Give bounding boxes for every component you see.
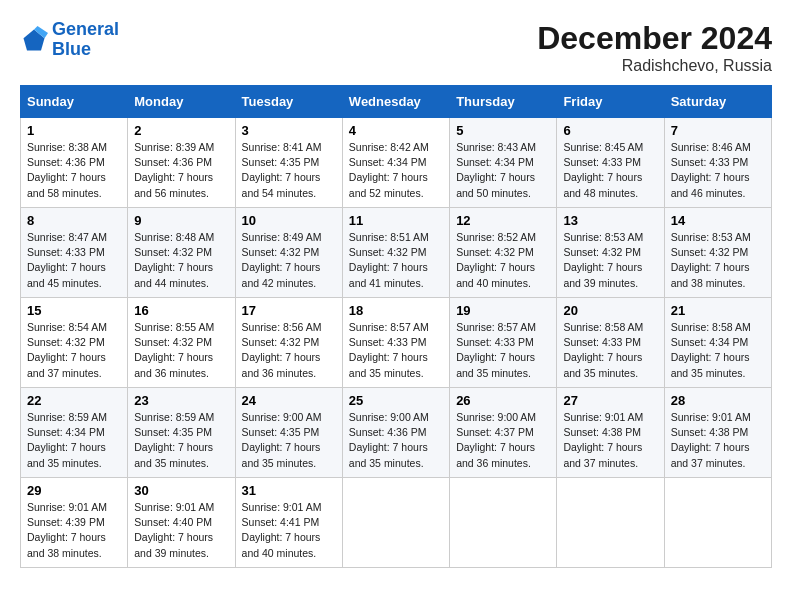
day-info: Sunrise: 8:51 AMSunset: 4:32 PMDaylight:… [349,231,429,289]
day-number: 27 [563,393,657,408]
day-info: Sunrise: 8:43 AMSunset: 4:34 PMDaylight:… [456,141,536,199]
day-info: Sunrise: 8:48 AMSunset: 4:32 PMDaylight:… [134,231,214,289]
calendar-day-31: 31 Sunrise: 9:01 AMSunset: 4:41 PMDaylig… [235,478,342,568]
calendar-day-8: 8 Sunrise: 8:47 AMSunset: 4:33 PMDayligh… [21,208,128,298]
day-info: Sunrise: 8:55 AMSunset: 4:32 PMDaylight:… [134,321,214,379]
day-info: Sunrise: 8:58 AMSunset: 4:34 PMDaylight:… [671,321,751,379]
empty-cell [664,478,771,568]
empty-cell [342,478,449,568]
header-saturday: Saturday [664,86,771,118]
day-number: 9 [134,213,228,228]
day-info: Sunrise: 9:00 AMSunset: 4:35 PMDaylight:… [242,411,322,469]
month-title: December 2024 [537,20,772,57]
day-number: 25 [349,393,443,408]
day-info: Sunrise: 8:47 AMSunset: 4:33 PMDaylight:… [27,231,107,289]
day-number: 22 [27,393,121,408]
calendar-day-13: 13 Sunrise: 8:53 AMSunset: 4:32 PMDaylig… [557,208,664,298]
calendar-day-18: 18 Sunrise: 8:57 AMSunset: 4:33 PMDaylig… [342,298,449,388]
day-info: Sunrise: 8:41 AMSunset: 4:35 PMDaylight:… [242,141,322,199]
calendar-day-19: 19 Sunrise: 8:57 AMSunset: 4:33 PMDaylig… [450,298,557,388]
day-number: 3 [242,123,336,138]
day-number: 16 [134,303,228,318]
day-info: Sunrise: 8:53 AMSunset: 4:32 PMDaylight:… [563,231,643,289]
day-number: 1 [27,123,121,138]
day-number: 17 [242,303,336,318]
calendar-day-15: 15 Sunrise: 8:54 AMSunset: 4:32 PMDaylig… [21,298,128,388]
calendar-day-2: 2 Sunrise: 8:39 AMSunset: 4:36 PMDayligh… [128,118,235,208]
title-area: December 2024 Radishchevo, Russia [537,20,772,75]
day-info: Sunrise: 9:01 AMSunset: 4:40 PMDaylight:… [134,501,214,559]
day-number: 12 [456,213,550,228]
day-number: 13 [563,213,657,228]
day-info: Sunrise: 8:59 AMSunset: 4:35 PMDaylight:… [134,411,214,469]
day-number: 15 [27,303,121,318]
calendar-day-24: 24 Sunrise: 9:00 AMSunset: 4:35 PMDaylig… [235,388,342,478]
day-info: Sunrise: 8:54 AMSunset: 4:32 PMDaylight:… [27,321,107,379]
logo-blue: Blue [52,39,91,59]
empty-cell [557,478,664,568]
day-info: Sunrise: 9:00 AMSunset: 4:36 PMDaylight:… [349,411,429,469]
day-info: Sunrise: 8:39 AMSunset: 4:36 PMDaylight:… [134,141,214,199]
day-number: 23 [134,393,228,408]
day-info: Sunrise: 8:53 AMSunset: 4:32 PMDaylight:… [671,231,751,289]
header-friday: Friday [557,86,664,118]
day-info: Sunrise: 8:59 AMSunset: 4:34 PMDaylight:… [27,411,107,469]
empty-cell [450,478,557,568]
calendar: Sunday Monday Tuesday Wednesday Thursday… [20,85,772,568]
day-number: 11 [349,213,443,228]
calendar-day-22: 22 Sunrise: 8:59 AMSunset: 4:34 PMDaylig… [21,388,128,478]
header-monday: Monday [128,86,235,118]
calendar-day-11: 11 Sunrise: 8:51 AMSunset: 4:32 PMDaylig… [342,208,449,298]
calendar-day-3: 3 Sunrise: 8:41 AMSunset: 4:35 PMDayligh… [235,118,342,208]
day-number: 18 [349,303,443,318]
day-number: 24 [242,393,336,408]
logo-icon [20,26,48,54]
day-number: 31 [242,483,336,498]
day-number: 2 [134,123,228,138]
day-number: 30 [134,483,228,498]
day-number: 26 [456,393,550,408]
logo: General Blue [20,20,119,60]
calendar-day-10: 10 Sunrise: 8:49 AMSunset: 4:32 PMDaylig… [235,208,342,298]
day-number: 21 [671,303,765,318]
day-number: 10 [242,213,336,228]
calendar-day-27: 27 Sunrise: 9:01 AMSunset: 4:38 PMDaylig… [557,388,664,478]
day-number: 28 [671,393,765,408]
day-info: Sunrise: 9:01 AMSunset: 4:38 PMDaylight:… [671,411,751,469]
day-number: 6 [563,123,657,138]
header-sunday: Sunday [21,86,128,118]
calendar-day-26: 26 Sunrise: 9:00 AMSunset: 4:37 PMDaylig… [450,388,557,478]
calendar-day-1: 1 Sunrise: 8:38 AMSunset: 4:36 PMDayligh… [21,118,128,208]
day-number: 14 [671,213,765,228]
day-info: Sunrise: 8:52 AMSunset: 4:32 PMDaylight:… [456,231,536,289]
header-tuesday: Tuesday [235,86,342,118]
day-info: Sunrise: 8:58 AMSunset: 4:33 PMDaylight:… [563,321,643,379]
calendar-day-20: 20 Sunrise: 8:58 AMSunset: 4:33 PMDaylig… [557,298,664,388]
day-number: 20 [563,303,657,318]
day-info: Sunrise: 8:46 AMSunset: 4:33 PMDaylight:… [671,141,751,199]
day-number: 29 [27,483,121,498]
calendar-day-12: 12 Sunrise: 8:52 AMSunset: 4:32 PMDaylig… [450,208,557,298]
location: Radishchevo, Russia [537,57,772,75]
weekday-header-row: Sunday Monday Tuesday Wednesday Thursday… [21,86,772,118]
day-number: 4 [349,123,443,138]
calendar-day-17: 17 Sunrise: 8:56 AMSunset: 4:32 PMDaylig… [235,298,342,388]
header-wednesday: Wednesday [342,86,449,118]
day-info: Sunrise: 8:57 AMSunset: 4:33 PMDaylight:… [456,321,536,379]
calendar-day-23: 23 Sunrise: 8:59 AMSunset: 4:35 PMDaylig… [128,388,235,478]
calendar-day-29: 29 Sunrise: 9:01 AMSunset: 4:39 PMDaylig… [21,478,128,568]
day-info: Sunrise: 8:42 AMSunset: 4:34 PMDaylight:… [349,141,429,199]
logo-general: General [52,19,119,39]
day-info: Sunrise: 8:56 AMSunset: 4:32 PMDaylight:… [242,321,322,379]
calendar-day-4: 4 Sunrise: 8:42 AMSunset: 4:34 PMDayligh… [342,118,449,208]
day-info: Sunrise: 8:49 AMSunset: 4:32 PMDaylight:… [242,231,322,289]
day-number: 7 [671,123,765,138]
calendar-day-28: 28 Sunrise: 9:01 AMSunset: 4:38 PMDaylig… [664,388,771,478]
day-info: Sunrise: 9:01 AMSunset: 4:38 PMDaylight:… [563,411,643,469]
logo-text: General Blue [52,20,119,60]
calendar-day-30: 30 Sunrise: 9:01 AMSunset: 4:40 PMDaylig… [128,478,235,568]
day-info: Sunrise: 9:01 AMSunset: 4:41 PMDaylight:… [242,501,322,559]
calendar-day-7: 7 Sunrise: 8:46 AMSunset: 4:33 PMDayligh… [664,118,771,208]
calendar-day-16: 16 Sunrise: 8:55 AMSunset: 4:32 PMDaylig… [128,298,235,388]
day-info: Sunrise: 9:00 AMSunset: 4:37 PMDaylight:… [456,411,536,469]
